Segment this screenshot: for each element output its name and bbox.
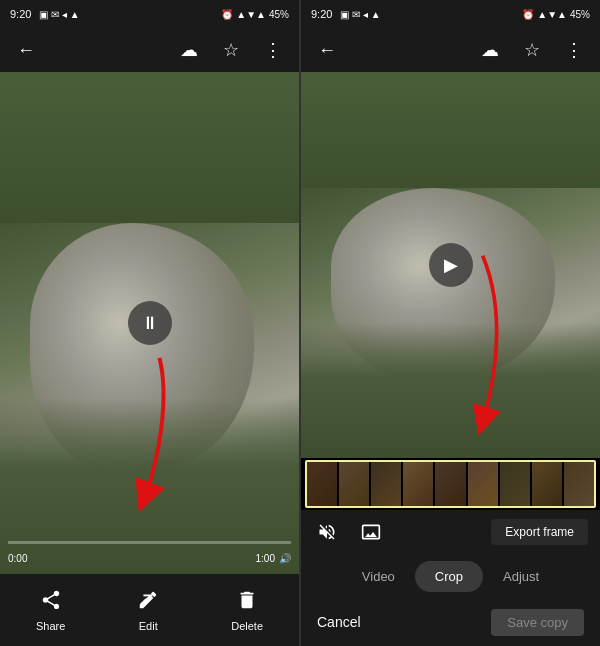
sound-icon[interactable] bbox=[313, 518, 341, 546]
filmstrip-container[interactable] bbox=[301, 458, 600, 510]
cloud-icon-right[interactable]: ☁ bbox=[476, 36, 504, 64]
video-area-left[interactable]: ⏸ 0:00 1:00 🔊 bbox=[0, 72, 299, 574]
play-button-right[interactable]: ▶ bbox=[429, 243, 473, 287]
top-bar-right-icons-r: ☁ ☆ ⋮ bbox=[476, 36, 588, 64]
pause-button-left[interactable]: ⏸ bbox=[128, 301, 172, 345]
timeline-left[interactable] bbox=[8, 541, 291, 544]
share-icon bbox=[40, 589, 62, 616]
film-frame bbox=[371, 462, 401, 506]
time-labels-left: 0:00 1:00 🔊 bbox=[8, 553, 291, 564]
tab-crop[interactable]: Crop bbox=[415, 561, 483, 592]
delete-icon bbox=[236, 589, 258, 616]
right-panel: 9:20 ▣ ✉ ◂ ▲ ⏰ ▲▼▲ 45% ← ☁ ☆ ⋮ ▶ bbox=[301, 0, 600, 646]
bottom-action-bar: Cancel Save copy bbox=[301, 598, 600, 646]
tab-bar: Video Crop Adjust bbox=[301, 554, 600, 598]
film-frame bbox=[435, 462, 465, 506]
tab-adjust[interactable]: Adjust bbox=[483, 561, 559, 592]
export-frame-button[interactable]: Export frame bbox=[491, 519, 588, 545]
status-bar-right: 9:20 ▣ ✉ ◂ ▲ ⏰ ▲▼▲ 45% bbox=[301, 0, 600, 28]
video-area-right[interactable]: ▶ bbox=[301, 72, 600, 458]
back-button-right[interactable]: ← bbox=[313, 36, 341, 64]
save-copy-button[interactable]: Save copy bbox=[491, 609, 584, 636]
star-icon-right[interactable]: ☆ bbox=[518, 36, 546, 64]
image-frame-icon[interactable] bbox=[357, 518, 385, 546]
status-bar-left: 9:20 ▣ ✉ ◂ ▲ ⏰ ▲▼▲ 45% bbox=[0, 0, 299, 28]
film-frame bbox=[339, 462, 369, 506]
edit-button[interactable]: Edit bbox=[137, 589, 159, 632]
top-bar-right-icons: ☁ ☆ ⋮ bbox=[175, 36, 287, 64]
film-frame bbox=[500, 462, 530, 506]
controls-left bbox=[313, 518, 385, 546]
back-button-left[interactable]: ← bbox=[12, 36, 40, 64]
tab-video[interactable]: Video bbox=[342, 561, 415, 592]
film-frame bbox=[564, 462, 594, 506]
film-frame bbox=[468, 462, 498, 506]
filmstrip[interactable] bbox=[305, 460, 596, 508]
status-time-left: 9:20 ▣ ✉ ◂ ▲ bbox=[10, 8, 80, 20]
cloud-icon-left[interactable]: ☁ bbox=[175, 36, 203, 64]
left-panel: 9:20 ▣ ✉ ◂ ▲ ⏰ ▲▼▲ 45% ← ☁ ☆ ⋮ ⏸ bbox=[0, 0, 299, 646]
share-button[interactable]: Share bbox=[36, 589, 65, 632]
more-icon-left[interactable]: ⋮ bbox=[259, 36, 287, 64]
top-bar-left: ← ☁ ☆ ⋮ bbox=[0, 28, 299, 72]
film-frame bbox=[307, 462, 337, 506]
film-frame bbox=[403, 462, 433, 506]
edit-icon bbox=[137, 589, 159, 616]
cancel-button[interactable]: Cancel bbox=[317, 614, 361, 630]
more-icon-right[interactable]: ⋮ bbox=[560, 36, 588, 64]
bottom-toolbar-left: Share Edit Delete bbox=[0, 574, 299, 646]
status-icons-left: ⏰ ▲▼▲ 45% bbox=[221, 9, 289, 20]
star-icon-left[interactable]: ☆ bbox=[217, 36, 245, 64]
video-controls-bar: Export frame bbox=[301, 510, 600, 554]
top-bar-right: ← ☁ ☆ ⋮ bbox=[301, 28, 600, 72]
delete-button[interactable]: Delete bbox=[231, 589, 263, 632]
film-frame bbox=[532, 462, 562, 506]
